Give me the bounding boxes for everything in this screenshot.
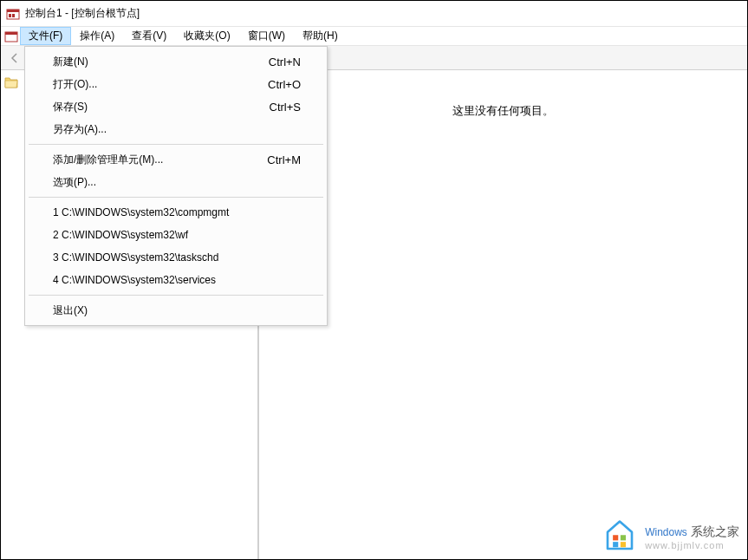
watermark-brand-word: Windows [645, 526, 687, 538]
menu-item-new[interactable]: 新建(N) Ctrl+N [27, 50, 325, 73]
menu-favorites[interactable]: 收藏夹(O) [175, 27, 238, 45]
menu-shortcut: Ctrl+M [267, 153, 301, 166]
menu-item-recent-3[interactable]: 3 C:\WINDOWS\system32\taskschd [27, 246, 325, 269]
folder-icon [4, 76, 18, 88]
menu-label: 2 C:\WINDOWS\system32\wf [53, 229, 301, 241]
svg-rect-1 [7, 10, 19, 12]
menu-shortcut: Ctrl+N [269, 55, 301, 68]
menu-item-recent-4[interactable]: 4 C:\WINDOWS\system32\services [27, 269, 325, 291]
empty-message: 这里没有任何项目。 [452, 103, 554, 119]
menu-item-options[interactable]: 选项(P)... [27, 171, 325, 193]
watermark-text: Windows 系统之家 www.bjjmlv.com [645, 524, 739, 550]
menu-item-exit[interactable]: 退出(X) [27, 299, 325, 322]
menu-separator [29, 144, 323, 145]
menu-label: 1 C:\WINDOWS\system32\compmgmt [53, 206, 301, 218]
menu-label: 添加/删除管理单元(M)... [53, 153, 267, 167]
svg-rect-6 [613, 535, 618, 540]
menu-label: 3 C:\WINDOWS\system32\taskschd [53, 251, 301, 264]
menu-item-recent-2[interactable]: 2 C:\WINDOWS\system32\wf [27, 224, 325, 246]
watermark-brand: Windows 系统之家 [645, 524, 739, 540]
menu-view[interactable]: 查看(V) [123, 27, 175, 45]
menubar-icon [4, 29, 18, 43]
main-panel: 这里没有任何项目。 [259, 70, 747, 559]
menu-item-open[interactable]: 打开(O)... Ctrl+O [27, 73, 325, 95]
menu-file[interactable]: 文件(F) [20, 27, 71, 45]
menu-separator [29, 295, 323, 296]
menu-window[interactable]: 窗口(W) [239, 27, 294, 45]
watermark-suffix: 系统之家 [691, 524, 739, 538]
watermark-url: www.bjjmlv.com [645, 540, 739, 550]
svg-rect-9 [621, 542, 626, 547]
menu-label: 退出(X) [53, 303, 301, 318]
menu-label: 保存(S) [53, 100, 270, 114]
menu-item-saveas[interactable]: 另存为(A)... [27, 118, 325, 140]
back-button[interactable] [4, 48, 25, 68]
titlebar: 控制台1 - [控制台根节点] [1, 1, 747, 27]
svg-rect-2 [9, 14, 11, 17]
app-icon [6, 7, 20, 21]
menu-label: 4 C:\WINDOWS\system32\services [53, 274, 301, 286]
menu-label: 打开(O)... [53, 77, 268, 92]
menu-separator [29, 197, 323, 198]
menu-label: 另存为(A)... [53, 122, 301, 137]
svg-rect-7 [621, 535, 626, 540]
svg-rect-3 [12, 14, 15, 17]
menu-item-recent-1[interactable]: 1 C:\WINDOWS\system32\compmgmt [27, 201, 325, 224]
window-title: 控制台1 - [控制台根节点] [25, 6, 140, 21]
menu-label: 选项(P)... [53, 175, 301, 190]
menu-shortcut: Ctrl+S [270, 101, 301, 114]
menu-action[interactable]: 操作(A) [71, 27, 123, 45]
menubar: 文件(F) 操作(A) 查看(V) 收藏夹(O) 窗口(W) 帮助(H) [1, 27, 747, 46]
menu-item-save[interactable]: 保存(S) Ctrl+S [27, 95, 325, 118]
file-dropdown-menu: 新建(N) Ctrl+N 打开(O)... Ctrl+O 保存(S) Ctrl+… [24, 46, 328, 326]
watermark: Windows 系统之家 www.bjjmlv.com [602, 518, 739, 555]
svg-rect-5 [5, 32, 17, 35]
menu-label: 新建(N) [53, 55, 269, 69]
watermark-logo-icon [602, 518, 638, 555]
svg-rect-8 [613, 542, 618, 547]
menu-item-snapin[interactable]: 添加/删除管理单元(M)... Ctrl+M [27, 148, 325, 171]
menu-help[interactable]: 帮助(H) [294, 27, 347, 45]
menu-shortcut: Ctrl+O [268, 78, 301, 91]
